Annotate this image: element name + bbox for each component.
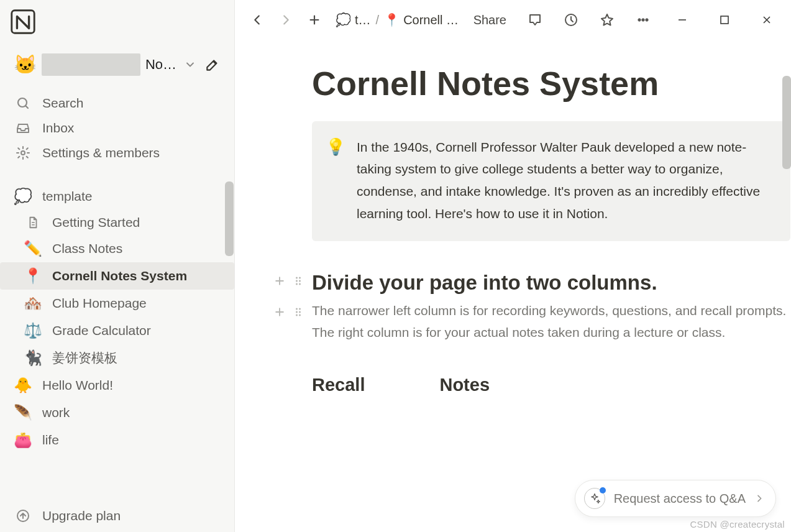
breadcrumb-current[interactable]: 📍 Cornell … (384, 12, 459, 27)
drag-handle[interactable] (291, 273, 306, 288)
sidebar-page-label: Hello World! (42, 378, 113, 393)
text-block[interactable]: The narrower left column is for recordin… (312, 300, 790, 344)
black-cat-icon: 🐈‍⬛ (25, 349, 41, 367)
sidebar-search[interactable]: Search (0, 91, 234, 116)
sidebar-page-label: life (42, 433, 59, 447)
qa-request-label: Request access to Q&A (614, 492, 746, 506)
round-pushpin-icon: 📍 (384, 12, 400, 27)
gear-icon (15, 145, 31, 160)
workspace-name-truncated: No… (145, 57, 176, 73)
page-title[interactable]: Cornell Notes System (312, 63, 790, 104)
compose-button[interactable] (201, 53, 223, 76)
svg-point-18 (299, 311, 301, 313)
column-header-notes[interactable]: Notes (439, 375, 490, 395)
updates-button[interactable] (559, 7, 583, 32)
thought-balloon-icon: 💭 (15, 188, 31, 205)
sidebar-page-life[interactable]: 👛 life (0, 426, 234, 454)
watermark-text: CSDN @createcrystal (690, 519, 785, 530)
window-close-button[interactable] (751, 6, 782, 34)
sidebar-nav: Search Inbox Settings & members 💭 templa… (0, 91, 234, 454)
breadcrumb-separator: / (376, 13, 380, 27)
svg-point-10 (299, 277, 301, 278)
breadcrumb-parent[interactable]: 💭 t… (336, 12, 371, 27)
qa-request-pill[interactable]: Request access to Q&A (575, 480, 776, 517)
back-button[interactable] (245, 7, 270, 32)
svg-point-14 (299, 283, 301, 285)
content-scrollbar[interactable] (782, 76, 791, 169)
sidebar-page-label: template (42, 189, 93, 204)
column-header-recall[interactable]: Recall (312, 375, 365, 395)
sidebar-inbox[interactable]: Inbox (0, 116, 234, 140)
chevron-down-icon (184, 58, 196, 71)
sidebar-page-class-notes[interactable]: ✏️ Class Notes (0, 235, 234, 262)
sparkle-icon (584, 488, 605, 509)
sidebar-page-hello-world[interactable]: 🐥 Hello World! (0, 372, 234, 399)
balance-scale-icon: ⚖️ (25, 322, 41, 339)
pencil-icon: ✏️ (25, 240, 41, 257)
workspace-redacted-name (42, 53, 140, 76)
sidebar-page-template[interactable]: 💭 template (0, 183, 234, 210)
workspace-switcher[interactable]: 🐱 No… (0, 48, 234, 81)
new-page-button[interactable] (302, 7, 327, 32)
callout-text: In the 1940s, Cornell Professor Walter P… (357, 136, 773, 225)
favorite-button[interactable] (595, 7, 620, 32)
breadcrumb-parent-label: t… (355, 13, 371, 27)
sidebar-settings-label: Settings & members (42, 145, 160, 160)
round-pushpin-icon: 📍 (25, 267, 41, 285)
heading-block[interactable]: Divide your page into two columns. (312, 271, 790, 295)
svg-point-6 (642, 19, 644, 21)
sidebar-scrollbar[interactable] (225, 181, 234, 256)
thought-balloon-icon: 💭 (336, 12, 351, 27)
upgrade-icon (15, 508, 31, 523)
sidebar-page-gingerbread-template[interactable]: 🐈‍⬛ 姜饼资模板 (0, 344, 234, 372)
sidebar-page-club-homepage[interactable]: 🏘️ Club Homepage (0, 290, 234, 317)
svg-point-7 (646, 19, 648, 21)
sidebar-page-label: Grade Calculator (52, 323, 151, 338)
sidebar: 🐱 No… Search Inbox (0, 0, 235, 532)
svg-point-20 (299, 314, 301, 316)
sidebar-page-grade-calculator[interactable]: ⚖️ Grade Calculator (0, 317, 234, 344)
share-button[interactable]: Share (469, 11, 511, 30)
svg-rect-8 (721, 16, 728, 24)
sidebar-page-label: Club Homepage (52, 296, 147, 311)
drag-handle[interactable] (291, 305, 306, 319)
page-content: Cornell Notes System 💡 In the 1940s, Cor… (235, 40, 791, 532)
sidebar-page-label: 姜饼资模板 (52, 349, 117, 367)
svg-point-15 (296, 308, 298, 310)
chevron-right-icon (754, 493, 764, 503)
notion-logo (9, 7, 37, 36)
sidebar-search-label: Search (42, 96, 84, 111)
svg-point-13 (296, 283, 298, 285)
window-maximize-button[interactable] (709, 6, 740, 34)
sidebar-upgrade-plan[interactable]: Upgrade plan (0, 503, 234, 528)
sidebar-page-cornell-notes[interactable]: 📍 Cornell Notes System (0, 262, 234, 290)
sidebar-settings[interactable]: Settings & members (0, 140, 234, 165)
svg-point-19 (296, 314, 298, 316)
svg-point-9 (296, 277, 298, 278)
forward-button[interactable] (273, 7, 298, 32)
svg-point-2 (21, 151, 25, 155)
svg-point-11 (296, 280, 298, 282)
callout-block[interactable]: 💡 In the 1940s, Cornell Professor Walter… (312, 121, 790, 241)
sidebar-page-label: Class Notes (52, 241, 122, 256)
breadcrumb-current-label: Cornell … (403, 13, 459, 27)
add-block-button[interactable] (272, 273, 287, 288)
inbox-icon (15, 121, 31, 135)
sidebar-page-getting-started[interactable]: Getting Started (0, 210, 234, 235)
comments-button[interactable] (523, 7, 547, 32)
houses-icon: 🏘️ (25, 295, 41, 312)
page-icon (25, 216, 41, 229)
main: 💭 t… / 📍 Cornell … Share (235, 0, 791, 532)
search-icon (15, 96, 31, 111)
purse-icon: 👛 (15, 431, 31, 449)
sidebar-page-label: Getting Started (52, 215, 140, 230)
sidebar-page-label: Cornell Notes System (52, 268, 187, 283)
sidebar-page-work[interactable]: 🪶 work (0, 399, 234, 426)
sidebar-page-label: work (42, 405, 70, 420)
more-button[interactable] (631, 7, 656, 32)
add-block-button[interactable] (272, 305, 287, 319)
baby-chick-icon: 🐥 (15, 377, 31, 394)
window-minimize-button[interactable] (667, 6, 698, 34)
svg-point-17 (296, 311, 298, 313)
sidebar-upgrade-label: Upgrade plan (42, 508, 121, 523)
